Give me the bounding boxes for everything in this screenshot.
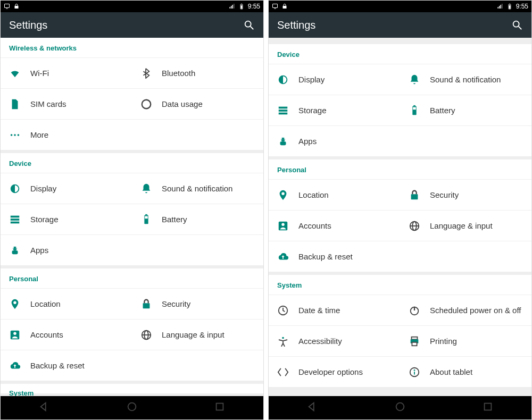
item-battery[interactable]: Battery	[132, 204, 263, 234]
item-sound[interactable]: Sound & notification	[132, 173, 263, 204]
item-label: Security	[430, 190, 459, 199]
sim-icon	[9, 98, 30, 110]
item-label: Apps	[30, 246, 48, 255]
lock-setting-icon	[409, 189, 430, 201]
section-system: System Date & time Scheduled power on & …	[269, 275, 531, 387]
screen-icon	[4, 3, 10, 10]
more-icon	[9, 129, 30, 141]
clock-icon	[277, 305, 298, 316]
item-security[interactable]: Security	[132, 288, 263, 319]
settings-scroll[interactable]: Device Display Sound & notification Stor…	[269, 38, 531, 396]
item-label: Date & time	[298, 306, 340, 315]
backup-icon	[9, 360, 30, 372]
status-bar: 9:55	[269, 1, 531, 12]
item-sim[interactable]: SIM cards	[1, 88, 132, 119]
signal-icon	[229, 3, 235, 10]
section-device: Device Display Sound & notification Stor…	[269, 44, 531, 156]
nav-back-button[interactable]	[38, 401, 50, 415]
item-language[interactable]: Language & input	[132, 319, 263, 350]
item-accounts[interactable]: Accounts	[269, 210, 400, 241]
item-datetime[interactable]: Date & time	[269, 295, 400, 325]
item-more[interactable]: More	[1, 119, 263, 150]
item-display[interactable]: Display	[1, 173, 132, 204]
accessibility-icon	[277, 335, 298, 347]
item-scheduled-power[interactable]: Scheduled power on & off	[400, 295, 531, 325]
item-printing[interactable]: Printing	[400, 325, 531, 356]
item-label: Language & input	[430, 221, 493, 230]
battery-icon	[238, 3, 245, 10]
item-label: Storage	[30, 215, 59, 224]
display-icon	[277, 74, 298, 86]
globe-icon	[409, 220, 430, 232]
item-display[interactable]: Display	[269, 64, 400, 95]
item-label: Backup & reset	[30, 361, 85, 370]
item-data-usage[interactable]: Data usage	[132, 88, 263, 119]
app-title: Settings	[9, 19, 47, 31]
item-label: SIM cards	[30, 99, 66, 108]
lock-setting-icon	[140, 298, 162, 310]
item-label: Accounts	[298, 221, 331, 230]
item-location[interactable]: Location	[269, 179, 400, 210]
section-personal: Personal Location Security Accounts Lang…	[269, 159, 531, 272]
battery-icon	[506, 3, 513, 10]
location-icon	[277, 189, 298, 201]
item-backup[interactable]: Backup & reset	[1, 350, 263, 381]
item-backup[interactable]: Backup & reset	[269, 241, 531, 272]
apps-icon	[277, 136, 298, 147]
globe-icon	[140, 329, 162, 341]
lock-icon	[281, 3, 288, 10]
battery-setting-icon	[409, 105, 430, 116]
item-about[interactable]: About tablet	[400, 356, 531, 387]
item-apps[interactable]: Apps	[269, 125, 531, 156]
item-storage[interactable]: Storage	[1, 204, 132, 234]
item-label: Battery	[162, 215, 187, 224]
item-label: Apps	[298, 137, 317, 146]
item-developer[interactable]: Developer options	[269, 356, 400, 387]
settings-scroll[interactable]: Wireless & networks Wi-Fi Bluetooth SIM …	[1, 38, 263, 396]
item-sound[interactable]: Sound & notification	[400, 64, 531, 95]
item-label: Developer options	[298, 367, 363, 376]
app-bar: Settings	[269, 12, 531, 38]
section-wireless: Wireless & networks Wi-Fi Bluetooth SIM …	[1, 38, 263, 150]
section-device: Device Display Sound & notification Stor…	[1, 153, 263, 265]
section-personal: Personal Location Security Accounts Lang…	[1, 268, 263, 381]
nav-recent-button[interactable]	[482, 401, 494, 415]
lock-icon	[13, 3, 20, 10]
nav-home-button[interactable]	[394, 401, 406, 415]
item-accessibility[interactable]: Accessibility	[269, 325, 400, 356]
item-label: Scheduled power on & off	[430, 306, 521, 315]
app-title: Settings	[277, 19, 315, 31]
section-header-device: Device	[1, 153, 263, 173]
phone-left: 9:55 Settings Wireless & networks Wi-Fi …	[0, 0, 264, 420]
item-wifi[interactable]: Wi-Fi	[1, 57, 132, 88]
item-battery[interactable]: Battery	[400, 95, 531, 125]
data-usage-icon	[140, 98, 162, 110]
bluetooth-icon	[140, 68, 162, 79]
item-location[interactable]: Location	[1, 288, 132, 319]
item-label: About tablet	[430, 367, 472, 376]
item-bluetooth[interactable]: Bluetooth	[132, 57, 263, 88]
section-header-personal: Personal	[269, 159, 531, 179]
storage-icon	[9, 214, 30, 225]
item-label: Wi-Fi	[30, 69, 49, 78]
item-label: Data usage	[162, 99, 203, 108]
section-header-device: Device	[269, 44, 531, 64]
nav-recent-button[interactable]	[214, 401, 226, 415]
search-button[interactable]	[243, 19, 255, 31]
nav-home-button[interactable]	[126, 401, 138, 415]
item-label: Sound & notification	[430, 75, 501, 84]
search-button[interactable]	[511, 19, 523, 31]
item-label: Accessibility	[298, 337, 342, 346]
item-security[interactable]: Security	[400, 179, 531, 210]
item-label: Display	[298, 75, 325, 84]
info-icon	[409, 366, 430, 378]
phone-right: 9:55 Settings Device Display Sound & not…	[268, 0, 532, 420]
item-language[interactable]: Language & input	[400, 210, 531, 241]
nav-back-button[interactable]	[306, 401, 318, 415]
item-storage[interactable]: Storage	[269, 95, 400, 125]
wifi-icon	[9, 68, 30, 79]
item-accounts[interactable]: Accounts	[1, 319, 132, 350]
item-apps[interactable]: Apps	[1, 234, 263, 265]
backup-icon	[277, 251, 298, 263]
item-label: Display	[30, 184, 56, 193]
